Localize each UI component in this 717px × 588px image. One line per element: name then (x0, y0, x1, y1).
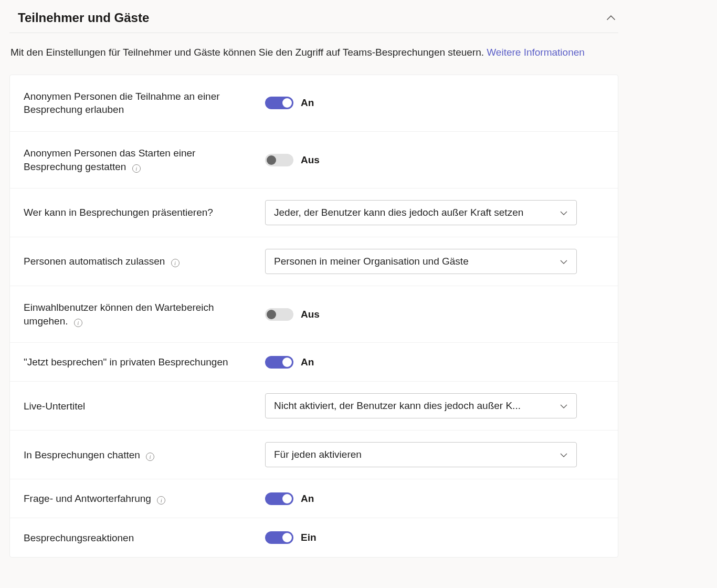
setting-control: An (265, 356, 604, 369)
dropdown-auto-admit[interactable]: Personen in meiner Organisation und Gäst… (265, 249, 577, 274)
section-description: Mit den Einstellungen für Teilnehmer und… (9, 33, 618, 75)
learn-more-link[interactable]: Weitere Informationen (487, 47, 585, 58)
toggle-knob (282, 98, 292, 108)
chevron-down-icon (560, 257, 568, 266)
toggle-state-label: Ein (301, 532, 317, 543)
setting-label: Frage- und Antworterfahrung i (24, 492, 265, 506)
toggle-anonymous-start[interactable] (265, 154, 293, 166)
toggle-state-label: An (301, 356, 314, 368)
settings-section: Teilnehmer und Gäste Mit den Einstellung… (0, 0, 625, 573)
setting-row-anonymous-start: Anonymen Personen das Starten einer Besp… (10, 132, 618, 188)
toggle-knob (267, 310, 276, 319)
dropdown-selected-text: Jeder, der Benutzer kann dies jedoch auß… (274, 207, 560, 218)
setting-label: Einwahlbenutzer können den Wartebereich … (24, 301, 265, 328)
toggle-meet-now-private[interactable] (265, 356, 293, 369)
setting-row-who-can-present: Wer kann in Besprechungen präsentieren? … (10, 188, 618, 237)
setting-row-reactions: Besprechungsreaktionen Ein (10, 518, 618, 557)
setting-row-qna: Frage- und Antworterfahrung i An (10, 479, 618, 518)
chevron-down-icon (560, 402, 568, 410)
dropdown-who-can-present[interactable]: Jeder, der Benutzer kann dies jedoch auß… (265, 200, 577, 225)
setting-label: Anonymen Personen die Teilnahme an einer… (24, 90, 265, 117)
setting-control: Aus (265, 308, 604, 321)
setting-label: In Besprechungen chatten i (24, 448, 265, 462)
setting-row-meeting-chat: In Besprechungen chatten i Für jeden akt… (10, 430, 618, 479)
toggle-state-label: Aus (301, 154, 320, 166)
chevron-up-icon (606, 13, 616, 23)
toggle-state-label: An (301, 97, 314, 109)
info-icon[interactable]: i (171, 259, 180, 267)
setting-control: Ein (265, 531, 604, 544)
dropdown-live-captions[interactable]: Nicht aktiviert, der Benutzer kann dies … (265, 393, 577, 418)
toggle-knob (282, 358, 292, 367)
toggle-qna[interactable] (265, 492, 293, 505)
toggle-dialin-bypass[interactable] (265, 308, 293, 321)
chevron-down-icon (560, 450, 568, 459)
section-title: Teilnehmer und Gäste (18, 10, 149, 25)
section-header[interactable]: Teilnehmer und Gäste (9, 5, 618, 33)
toggle-anonymous-join[interactable] (265, 97, 293, 109)
setting-control: An (265, 492, 604, 505)
setting-control: An (265, 97, 604, 109)
toggle-state-label: An (301, 493, 314, 505)
toggle-knob (282, 533, 292, 542)
toggle-knob (282, 494, 292, 503)
info-icon[interactable]: i (74, 319, 82, 327)
setting-label: Live-Untertitel (24, 400, 265, 413)
settings-panel: Anonymen Personen die Teilnahme an einer… (9, 75, 618, 558)
setting-row-meet-now-private: "Jetzt besprechen" in privaten Besprechu… (10, 343, 618, 382)
setting-label: Wer kann in Besprechungen präsentieren? (24, 206, 265, 219)
description-text: Mit den Einstellungen für Teilnehmer und… (10, 47, 487, 58)
toggle-knob (267, 155, 276, 165)
setting-label: Besprechungsreaktionen (24, 531, 265, 545)
setting-control: Personen in meiner Organisation und Gäst… (265, 249, 604, 274)
setting-row-auto-admit: Personen automatisch zulassen i Personen… (10, 237, 618, 286)
chevron-down-icon (560, 208, 568, 217)
dropdown-meeting-chat[interactable]: Für jeden aktivieren (265, 442, 577, 467)
setting-label: Personen automatisch zulassen i (24, 255, 265, 268)
toggle-state-label: Aus (301, 309, 320, 320)
setting-label: Anonymen Personen das Starten einer Besp… (24, 146, 265, 173)
setting-row-live-captions: Live-Untertitel Nicht aktiviert, der Ben… (10, 382, 618, 430)
setting-control: Für jeden aktivieren (265, 442, 604, 467)
dropdown-selected-text: Für jeden aktivieren (274, 449, 560, 460)
setting-control: Nicht aktiviert, der Benutzer kann dies … (265, 393, 604, 418)
toggle-reactions[interactable] (265, 531, 293, 544)
dropdown-selected-text: Personen in meiner Organisation und Gäst… (274, 256, 560, 267)
info-icon[interactable]: i (146, 453, 154, 461)
info-icon[interactable]: i (132, 164, 141, 173)
setting-control: Aus (265, 154, 604, 166)
info-icon[interactable]: i (157, 496, 165, 505)
setting-row-anonymous-join: Anonymen Personen die Teilnahme an einer… (10, 75, 618, 132)
dropdown-selected-text: Nicht aktiviert, der Benutzer kann dies … (274, 400, 560, 412)
setting-label: "Jetzt besprechen" in privaten Besprechu… (24, 355, 265, 369)
setting-row-dialin-bypass: Einwahlbenutzer können den Wartebereich … (10, 286, 618, 343)
setting-control: Jeder, der Benutzer kann dies jedoch auß… (265, 200, 604, 225)
